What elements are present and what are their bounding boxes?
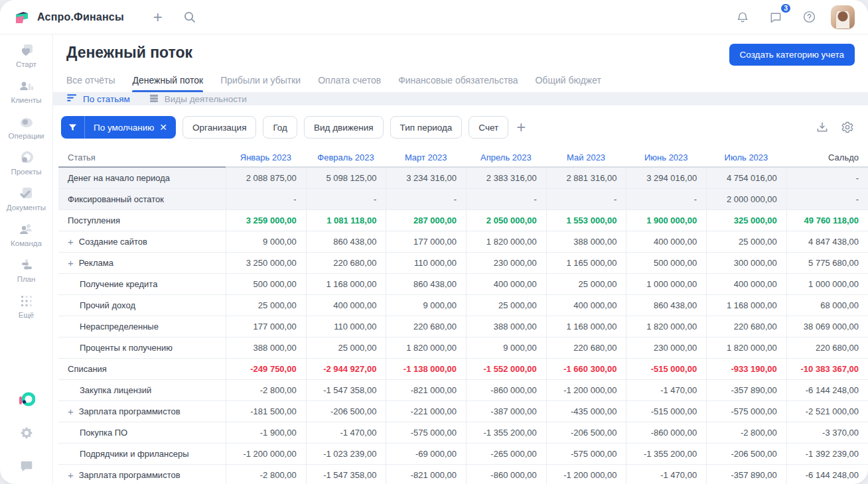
cell-value: 230 000,00: [466, 253, 546, 274]
filter-chip-3[interactable]: Вид движения: [304, 116, 384, 139]
table-row[interactable]: Прочий доход25 000,00400 000,009 000,002…: [58, 295, 868, 316]
table-row[interactable]: +Зарплата программистов-181 500,00-206 5…: [58, 401, 868, 422]
column-header-month[interactable]: Апрель 2023: [466, 148, 546, 168]
sidebar-item-label: Проекты: [11, 168, 41, 176]
cell-value: 2 000 000,00: [706, 189, 786, 210]
filter-chip-4[interactable]: Тип периода: [390, 116, 463, 139]
expand-icon[interactable]: +: [68, 258, 74, 268]
table-row[interactable]: Проценты к получению388 000,0025 000,001…: [58, 337, 868, 359]
cell-value: 400 000,00: [546, 295, 626, 316]
cell-value: -1 200 000,00: [546, 380, 626, 401]
table-row[interactable]: Нераспределенные177 000,00110 000,00220 …: [58, 316, 868, 337]
cell-value: -1 392 239,00: [786, 444, 868, 465]
sidebar-item-1[interactable]: Старт: [3, 42, 50, 68]
tab-2[interactable]: Денежный поток: [132, 75, 203, 92]
help-icon[interactable]: [798, 6, 820, 29]
table-row[interactable]: Фиксированный остаток------2 000 000,00-: [58, 189, 868, 210]
sort-lines-icon: [66, 92, 78, 105]
cell-value: 1 553 000,00: [546, 210, 626, 231]
row-label: Поступления: [68, 215, 120, 225]
cell-value: 5 775 680,00: [786, 253, 868, 274]
user-avatar[interactable]: [831, 5, 855, 29]
add-filter-icon[interactable]: +: [516, 119, 526, 135]
sidebar-item-label: Ещё: [19, 311, 35, 319]
table-row[interactable]: Денег на начало периода2 088 875,005 098…: [58, 168, 868, 189]
cell-value: -10 383 367,00: [786, 359, 868, 380]
cell-value: 25 000,00: [466, 295, 546, 316]
filter-chip-2[interactable]: Год: [263, 116, 297, 139]
create-plus-icon[interactable]: +: [147, 6, 169, 29]
tab-5[interactable]: Финансовые обязательства: [398, 75, 518, 92]
expand-icon[interactable]: +: [68, 406, 74, 416]
table-row[interactable]: +Реклама3 250 000,00220 680,00110 000,00…: [58, 253, 868, 274]
aspro-footer-logo-icon[interactable]: [18, 391, 35, 408]
tab-4[interactable]: Оплата счетов: [318, 75, 381, 92]
filter-chip-1[interactable]: Организация: [182, 116, 256, 139]
cell-value: 2 881 316,00: [546, 168, 626, 189]
table-row[interactable]: Подрядчики и фрилансеры-1 200 000,00-1 0…: [58, 444, 868, 465]
row-label-cell: Списания: [58, 359, 226, 380]
row-label: Подрядчики и фрилансеры: [80, 449, 189, 459]
cell-value: -387 000,00: [466, 401, 546, 422]
sidebar-item-4[interactable]: Проекты: [3, 150, 50, 176]
cell-value: 1 820 000,00: [626, 316, 706, 337]
cell-value: 1 165 000,00: [546, 253, 626, 274]
cell-value: 500 000,00: [226, 274, 306, 295]
report-tabs: Все отчётыДенежный потокПрибыли и убытки…: [66, 75, 855, 92]
cell-value: 25 000,00: [706, 231, 786, 253]
column-header-month[interactable]: Май 2023: [546, 148, 626, 168]
table-row[interactable]: Закупка лицензий-2 800,00-1 547 358,00-8…: [58, 380, 868, 401]
cell-value: -821 000,00: [386, 465, 466, 484]
search-icon[interactable]: [179, 6, 201, 29]
active-filter-chip[interactable]: По умолчанию ✕: [61, 116, 176, 139]
sidebar-item-7[interactable]: План: [3, 257, 50, 283]
cell-value: -2 944 927,00: [306, 359, 386, 380]
sidebar-item-label: Старт: [16, 60, 36, 68]
cell-value: -: [626, 189, 706, 210]
cell-value: 25 000,00: [226, 295, 306, 316]
table-settings-gear-icon[interactable]: [840, 120, 855, 135]
cell-value: 3 250 000,00: [226, 253, 306, 274]
support-chat-icon[interactable]: [18, 457, 35, 475]
table-row[interactable]: Покупка ПО-1 900,00-1 470,00-575 000,00-…: [58, 422, 868, 444]
cell-value: 1 168 000,00: [706, 295, 786, 316]
column-header-month[interactable]: Январь 2023: [226, 148, 306, 168]
cell-value: -357 890,00: [706, 465, 786, 484]
tab-6[interactable]: Общий бюджет: [535, 75, 601, 92]
table-row[interactable]: +Зарплата программистов-2 800,00-1 547 3…: [58, 465, 868, 484]
topbar: Аспро.Финансы + 3: [0, 0, 868, 34]
sidebar-nav: СтартКлиентыОперацииПроектыДокументыКома…: [3, 42, 50, 329]
filter-chip-5[interactable]: Счет: [469, 116, 508, 139]
remove-filter-icon[interactable]: ✕: [159, 122, 167, 133]
column-header-month[interactable]: Март 2023: [386, 148, 466, 168]
tab-3[interactable]: Прибыли и убытки: [220, 75, 301, 92]
sidebar-item-label: Документы: [7, 204, 46, 212]
expand-icon[interactable]: +: [68, 237, 74, 247]
table-row[interactable]: Получение кредита500 000,001 168 000,008…: [58, 274, 868, 295]
view-mode-2[interactable]: Виды деятельности: [149, 93, 247, 105]
cell-value: -1 547 358,00: [306, 380, 386, 401]
settings-gear-icon[interactable]: [18, 424, 35, 442]
table-row[interactable]: +Создание сайтов9 000,00860 438,00177 00…: [58, 231, 868, 253]
cell-value: -357 890,00: [706, 380, 786, 401]
projects-icon: [19, 150, 35, 166]
expand-icon[interactable]: +: [68, 470, 74, 480]
column-header-month[interactable]: Июнь 2023: [626, 148, 706, 168]
sidebar-item-5[interactable]: Документы: [3, 186, 50, 212]
table-row[interactable]: Поступления3 259 000,001 081 118,00287 0…: [58, 210, 868, 231]
notifications-bell-icon[interactable]: [731, 6, 754, 29]
cell-value: 2 050 000,00: [466, 210, 546, 231]
download-icon[interactable]: [815, 120, 830, 135]
view-mode-1[interactable]: По статьям: [66, 92, 130, 105]
column-header-month[interactable]: Февраль 2023: [306, 148, 386, 168]
create-category-button[interactable]: Создать категорию учета: [729, 44, 855, 66]
clients-icon: [19, 78, 35, 94]
table-row[interactable]: Списания-249 750,00-2 944 927,00-1 138 0…: [58, 359, 868, 380]
chat-icon[interactable]: 3: [764, 6, 787, 29]
tab-1[interactable]: Все отчёты: [66, 75, 115, 92]
sidebar-item-3[interactable]: Операции: [3, 114, 50, 140]
sidebar-item-2[interactable]: Клиенты: [3, 78, 50, 104]
column-header-month[interactable]: Июль 2023: [706, 148, 786, 168]
sidebar-item-6[interactable]: Команда: [3, 221, 50, 247]
sidebar-item-8[interactable]: Ещё: [3, 293, 50, 319]
